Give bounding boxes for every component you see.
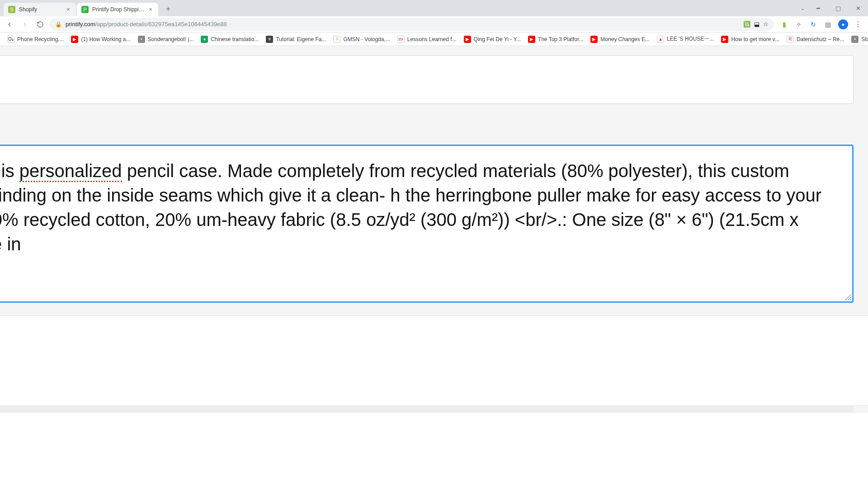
bookmark-item[interactable]: ▶Qing Fei De Yi - Y...	[461, 34, 524, 45]
tab-title: Printify Drop Shipping Print o	[92, 6, 145, 13]
relaunch-icon[interactable]: ↻	[809, 20, 817, 28]
chrome-menu-button[interactable]: ⋮	[854, 20, 862, 28]
url-text: printify.com/app/product-details/632975e…	[66, 21, 740, 28]
lock-icon: 🔒	[55, 21, 62, 28]
forward-button[interactable]	[19, 19, 31, 30]
profile-avatar[interactable]: ●	[838, 19, 848, 29]
bookmark-label: How to get more v...	[731, 36, 779, 42]
bookmark-favicon-icon: ▶	[528, 36, 535, 43]
minimize-button[interactable]: ━	[808, 5, 828, 12]
bookmark-item[interactable]: ●Chinese translatio...	[198, 34, 261, 45]
address-bar[interactable]: 🔒 printify.com/app/product-details/63297…	[50, 18, 774, 31]
bookmark-item[interactable]: exLessons Learned f...	[395, 34, 459, 45]
extensions-icon[interactable]: ✧	[795, 20, 803, 28]
window-controls: ⌄ ━ ▢ ✕	[797, 0, 868, 16]
page-content: o the next level with this personalized …	[0, 46, 868, 488]
favicon-icon: S	[8, 6, 15, 13]
close-icon[interactable]: ×	[147, 6, 154, 13]
bookmark-label: Money Changes E...	[600, 36, 650, 42]
translate-icon[interactable]: 🈯	[743, 21, 750, 28]
bookmark-favicon-icon: ≡	[266, 36, 273, 43]
toolbar-actions: ▮ ✧ ↻ ▤ ● ⋮	[778, 19, 864, 29]
bookmark-item[interactable]: ▶(1) How Working a...	[68, 34, 133, 45]
bookmark-favicon-icon: ▲	[657, 36, 664, 43]
product-description-textarea[interactable]: o the next level with this personalized …	[0, 145, 854, 303]
reload-button[interactable]	[34, 19, 46, 30]
bookmark-favicon-icon: ▶	[721, 36, 728, 43]
browser-tab[interactable]: P Printify Drop Shipping Print o ×	[77, 3, 158, 16]
close-icon[interactable]: ×	[65, 6, 71, 13]
bookmark-item[interactable]: •Student Wants an...	[849, 34, 868, 45]
close-window-button[interactable]: ✕	[848, 5, 868, 12]
back-button[interactable]	[4, 19, 15, 30]
tab-search-button[interactable]: ⌄	[797, 5, 808, 11]
new-tab-button[interactable]: +	[162, 3, 175, 15]
bookmark-label: Tutorial: Eigene Fa...	[276, 36, 326, 42]
bookmark-label: (1) How Working a...	[81, 36, 130, 42]
bookmark-item[interactable]: ≡Tutorial: Eigene Fa...	[263, 34, 329, 45]
bookmark-favicon-icon: ▶	[590, 36, 598, 43]
section-panel	[0, 315, 868, 406]
bookmark-item[interactable]: ▶How to get more v...	[718, 34, 782, 45]
browser-toolbar: 🔒 printify.com/app/product-details/63297…	[0, 16, 868, 33]
shopify-extension-icon[interactable]: ▮	[780, 20, 788, 28]
bookmark-item[interactable]: ▲LEE 'S HOUSE一...	[654, 34, 717, 45]
bookmark-label: LEE 'S HOUSE一...	[667, 35, 714, 43]
browser-tab[interactable]: S Shopify ×	[4, 3, 76, 16]
bookmark-favicon-icon: ●	[201, 36, 208, 43]
bookmark-favicon-icon: ▶	[71, 36, 78, 43]
browser-tabstrip: S Shopify × P Printify Drop Shipping Pri…	[0, 0, 868, 16]
bookmark-label: GMSN - Vologda,...	[343, 36, 390, 42]
bookmark-label: Datenschutz – Re...	[797, 36, 844, 42]
bookmark-label: Phone Recycling,...	[17, 36, 64, 42]
maximize-button[interactable]: ▢	[828, 5, 848, 12]
bookmark-item[interactable]: ▶The Top 3 Platfor...	[525, 34, 586, 45]
bookmark-item[interactable]: RDatenschutz – Re...	[784, 34, 847, 45]
bookmark-label: The Top 3 Platfor...	[538, 36, 584, 42]
bookmark-favicon-icon: ex	[397, 36, 405, 43]
favicon-icon: P	[81, 6, 89, 13]
star-icon[interactable]: ☆	[763, 21, 769, 28]
bookmark-favicon-icon: #	[333, 36, 340, 43]
bookmarks-bar: O₂Phone Recycling,... ▶(1) How Working a…	[0, 33, 868, 46]
description-text: o the next level with this personalized …	[0, 159, 837, 256]
spellcheck-word: personalized	[19, 161, 122, 182]
bookmark-favicon-icon: O₂	[7, 36, 14, 43]
bookmark-favicon-icon: •	[851, 36, 859, 43]
bookmark-favicon-icon: ▶	[464, 36, 471, 43]
bookmark-favicon-icon: R	[787, 36, 794, 43]
section-panel	[0, 412, 868, 488]
bookmark-item[interactable]: •Sonderangebot! |...	[135, 34, 197, 45]
bookmark-item[interactable]: ▶Money Changes E...	[588, 34, 652, 45]
bookmark-item[interactable]: #GMSN - Vologda,...	[330, 34, 392, 45]
product-title-input[interactable]	[0, 55, 854, 104]
install-app-icon[interactable]: ⬓	[754, 21, 760, 28]
bookmark-label: Sonderangebot! |...	[148, 36, 194, 42]
resize-handle-icon[interactable]	[845, 294, 851, 300]
bookmark-label: Lessons Learned f...	[407, 36, 457, 42]
bookmark-label: Student Wants an...	[861, 36, 868, 42]
bookmark-label: Qing Fei De Yi - Y...	[474, 36, 521, 42]
bookmark-label: Chinese translatio...	[211, 36, 259, 42]
side-panel-icon[interactable]: ▤	[824, 20, 832, 28]
bookmark-favicon-icon: •	[138, 36, 145, 43]
tab-title: Shopify	[19, 6, 62, 13]
bookmark-item[interactable]: O₂Phone Recycling,...	[5, 34, 66, 45]
